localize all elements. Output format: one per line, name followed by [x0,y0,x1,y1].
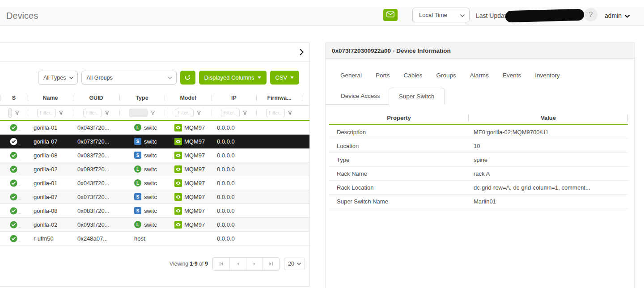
table-row[interactable]: .. r-ufm50 0x248a07... host 0.0.0.0 [0,232,309,246]
first-page-icon [219,261,224,267]
funnel-icon[interactable] [59,110,64,115]
type-badge: L [134,124,141,131]
guid-filter-input[interactable] [83,109,102,117]
device-name: gorilla-01 [28,180,73,186]
chevron-down-icon [69,76,73,79]
device-ip: 0.0.0.0 [212,152,256,159]
viewing-text: Viewing 1-9 of 9 [169,261,208,267]
type-filter-select[interactable]: All Types [38,71,78,85]
device-ip: 0.0.0.0 [212,194,256,200]
device-name: gorilla-07 [28,138,73,145]
funnel-icon[interactable] [196,110,201,115]
table-row[interactable]: .. gorilla-07 0x073f720... S switc [0,190,309,204]
group-filter-select[interactable]: All Groups [81,71,177,85]
user-menu[interactable]: admin [605,12,630,19]
mail-button[interactable] [383,9,398,21]
firmware-filter-input[interactable] [266,109,285,117]
device-name: gorilla-02 [28,221,73,228]
property-table-body: Description MF0;gorilla-02:MQM9700/U1 Lo… [329,125,628,208]
last-page-button[interactable] [263,258,279,270]
funnel-icon[interactable] [288,110,292,115]
tab-device-access[interactable]: Device Access [332,88,389,105]
severity-cell: .. [0,138,28,145]
next-page-button[interactable] [246,258,263,270]
device-info-tab[interactable]: Events [503,72,521,79]
name-filter-input[interactable] [37,109,56,117]
table-row[interactable]: .. gorilla-01 0x043f720... L switc [0,121,309,135]
severity-cell: .. [0,221,28,229]
tab-super-switch[interactable]: Super Switch [389,88,445,105]
refresh-button[interactable] [180,71,195,85]
column-header: Firmwa... [256,94,302,102]
ip-filter-input[interactable] [221,109,240,117]
funnel-icon[interactable] [242,110,247,115]
device-model-label: MQM97 [184,124,205,131]
property-row: Description MF0;gorilla-02:MQM9700/U1 [329,125,628,139]
property-value: dc-grid-row=A, dc-grid-column=1, comment… [469,184,628,191]
device-info-tab[interactable]: Groups [436,72,456,79]
device-ip: 0.0.0.0 [212,166,256,173]
device-model-cell: MQM97 [165,138,212,145]
timezone-select[interactable]: Local Time [412,8,470,22]
help-button[interactable]: ? [584,8,597,21]
column-header: IP [212,94,256,102]
table-row[interactable]: .. gorilla-01 0x043f720... L switc [0,176,309,190]
value-column-header: Value [469,114,628,122]
table-header-row: SNameGUIDTypeModelIPFirmwa... [0,91,309,105]
displayed-columns-button[interactable]: Displayed Columns [199,71,267,85]
funnel-icon[interactable] [150,110,155,115]
severity-truncation: .. [18,224,21,229]
collapse-panel-button[interactable] [300,49,304,57]
device-name: gorilla-02 [28,166,73,173]
group-filter-value: All Groups [87,75,113,81]
viewing-total: 9 [205,261,208,267]
table-row[interactable]: .. gorilla-07 0x073f720... S switc [0,135,309,148]
type-badge: S [134,207,141,214]
device-ip: 0.0.0.0 [212,138,256,145]
table-row[interactable]: .. gorilla-08 0x083f720... S switc [0,148,309,162]
property-value: spine [469,157,628,163]
device-info-tab[interactable]: Ports [376,72,390,79]
nvidia-logo-icon [174,221,182,229]
column-header: S [0,94,28,102]
device-type-label: switc [144,152,157,159]
device-info-tab[interactable]: Cables [404,72,423,79]
device-model-label: MQM97 [184,208,205,214]
property-row: Rack Name rack A [329,167,628,181]
status-ok-icon [10,235,17,242]
property-row: Super Switch Name Marlin01 [329,195,628,208]
model-filter-input[interactable] [175,109,194,117]
table-row[interactable]: .. gorilla-02 0x093f720... L switc [0,162,309,176]
type-badge: S [134,152,141,159]
severity-filter-pill[interactable] [8,108,12,118]
severity-truncation: .. [18,182,21,187]
device-type-label: switc [144,138,157,145]
funnel-icon[interactable] [105,110,110,115]
table-row[interactable]: .. gorilla-02 0x093f720... L switc [0,218,309,232]
ip-filter-cell [212,106,256,120]
device-guid: 0x248a07... [73,235,119,242]
device-info-tab[interactable]: Alarms [470,72,489,79]
nvidia-logo-icon [174,152,182,159]
property-table: Property Value Description MF0;gorilla-0… [329,111,628,208]
chevron-down-icon [460,12,465,18]
prev-page-button[interactable] [229,258,246,270]
device-guid: 0x083f720... [73,152,119,159]
page-title: Devices [6,11,38,21]
property-name: Type [329,157,469,163]
device-info-tab[interactable]: Inventory [535,72,560,79]
device-info-subtabs: Device Access Super Switch [326,88,634,105]
status-ok-icon [10,152,17,159]
funnel-icon[interactable] [15,110,20,115]
property-name: Super Switch Name [329,198,469,205]
device-info-tab[interactable]: General [340,72,362,79]
type-filter-value: All Types [43,75,66,81]
device-name: gorilla-01 [28,124,73,131]
first-page-button[interactable] [213,258,229,270]
viewing-range: 1-9 [190,261,197,267]
csv-button[interactable]: CSV [270,71,300,85]
device-type-cell: S switc [119,193,165,200]
page-size-select[interactable]: 20 [284,258,305,270]
top-header: Devices Local Time Last Update ? admin [0,7,644,26]
table-row[interactable]: .. gorilla-08 0x083f720... S switc [0,204,309,218]
